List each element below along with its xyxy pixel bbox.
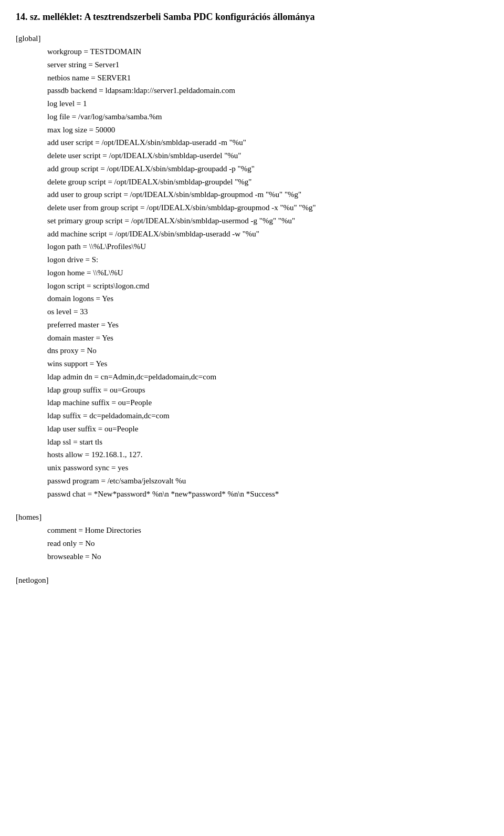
config-line-workgroup: workgroup = TESTDOMAIN [47,45,488,58]
page-title: 14. sz. melléklet: A tesztrendszerbeli S… [16,11,488,24]
config-line-add-machine: add machine script = /opt/IDEALX/sbin/sm… [47,228,488,241]
config-line-read-only: read only = No [47,537,488,550]
config-line-comment: comment = Home Directories [47,524,488,537]
config-line-logon-script: logon script = scripts\logon.cmd [47,280,488,293]
config-line-add-user-script: add user script = /opt/IDEALX/sbin/smbld… [47,136,488,149]
config-line-passwd-program: passwd program = /etc/samba/jelszovalt %… [47,474,488,488]
config-line-server-string: server string = Server1 [47,58,488,71]
config-line-max-log: max log size = 50000 [47,123,488,137]
config-line-ldap-ssl: ldap ssl = start tls [47,436,488,449]
config-line-delete-group-script: delete group script = /opt/IDEALX/sbin/s… [47,176,488,189]
config-line-log-file: log file = /var/log/samba/samba.%m [47,110,488,123]
config-line-preferred-master: preferred master = Yes [47,318,488,332]
homes-section: [homes] comment = Home Directories read … [16,513,488,563]
global-content: workgroup = TESTDOMAIN server string = S… [16,45,488,500]
config-line-logon-drive: logon drive = S: [47,253,488,266]
config-line-unix-password-sync: unix password sync = yes [47,461,488,474]
config-line-delete-user-script: delete user script = /opt/IDEALX/sbin/sm… [47,149,488,162]
homes-content: comment = Home Directories read only = N… [16,524,488,563]
config-line-logon-path: logon path = \\%L\Profiles\%U [47,240,488,253]
config-line-add-group-script: add group script = /opt/IDEALX/sbin/smbl… [47,162,488,176]
config-line-ldap-admin-dn: ldap admin dn = cn=Admin,dc=peldadomain,… [47,370,488,384]
config-line-ldap-suffix: ldap suffix = dc=peldadomain,dc=com [47,409,488,422]
config-line-delete-user-from-group: delete user from group script = /opt/IDE… [47,201,488,214]
config-line-browseable: browseable = No [47,550,488,563]
config-line-hosts-allow: hosts allow = 192.168.1., 127. [47,448,488,461]
config-line-netbios: netbios name = SERVER1 [47,71,488,85]
netlogon-section: [netlogon] [16,576,488,585]
config-line-domain-logons: domain logons = Yes [47,292,488,305]
config-line-set-primary-group: set primary group script = /opt/IDEALX/s… [47,214,488,228]
config-line-logon-home: logon home = \\%L\%U [47,266,488,280]
global-section: [global] workgroup = TESTDOMAIN server s… [16,34,488,500]
config-line-ldap-machine-suffix: ldap machine suffix = ou=People [47,396,488,409]
config-line-os-level: os level = 33 [47,305,488,318]
netlogon-label: [netlogon] [16,576,488,585]
config-line-ldap-group-suffix: ldap group suffix = ou=Groups [47,384,488,397]
config-line-domain-master: domain master = Yes [47,332,488,345]
homes-label: [homes] [16,513,488,522]
global-label: [global] [16,34,488,43]
config-line-passwd-chat: passwd chat = *New*password* %n\n *new*p… [47,488,488,501]
config-line-passdb: passdb backend = ldapsam:ldap://server1.… [47,84,488,97]
config-line-add-user-to-group: add user to group script = /opt/IDEALX/s… [47,188,488,201]
config-line-ldap-user-suffix: ldap user suffix = ou=People [47,422,488,436]
config-line-dns-proxy: dns proxy = No [47,344,488,357]
config-line-log-level: log level = 1 [47,97,488,110]
config-line-wins-support: wins support = Yes [47,357,488,370]
